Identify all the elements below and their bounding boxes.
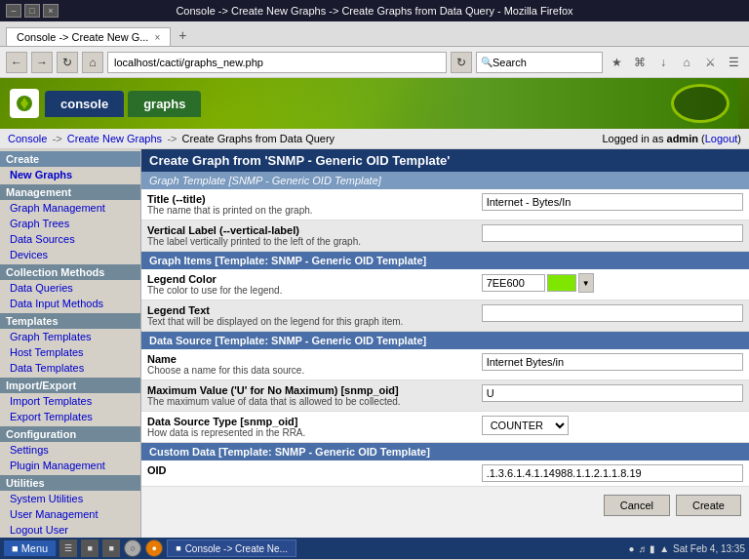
sidebar-section-configuration: Configuration	[0, 426, 140, 442]
legend-color-desc: The color to use for the legend.	[147, 285, 470, 296]
max-value-field-desc: The maximum value of data that is allowe…	[147, 396, 470, 407]
taskbar-right: ● ♬ ▮ ▲ Sat Feb 4, 13:35	[629, 543, 745, 554]
cancel-button[interactable]: Cancel	[604, 495, 670, 516]
max-value-cell: Maximum Value ('U' for No Maximum) [snmp…	[141, 380, 476, 412]
vertical-label-input[interactable]	[482, 224, 743, 242]
sidebar: Create New Graphs Management Graph Manag…	[0, 149, 141, 538]
menu-icon[interactable]: ☰	[724, 53, 743, 72]
sidebar-item-data-input-methods[interactable]: Data Input Methods	[0, 296, 140, 311]
shield-tray-icon: ●	[629, 543, 635, 554]
graph-items-section-header: Graph Items [Template: SNMP - Generic OI…	[141, 252, 749, 269]
taskbar-icon-4[interactable]: ○	[124, 540, 141, 557]
breadcrumb: Console -> Create New Graphs -> Create G…	[0, 129, 749, 149]
new-tab-button[interactable]: +	[171, 24, 194, 46]
home-button[interactable]: ⌂	[82, 52, 103, 73]
breadcrumb-create-new-graphs[interactable]: Create New Graphs	[67, 133, 162, 144]
close-button[interactable]: ×	[43, 4, 59, 18]
sidebar-section-create: Create	[0, 151, 140, 167]
name-field-desc: Choose a name for this data source.	[147, 365, 470, 376]
legend-color-label: Legend Color	[147, 273, 470, 285]
oid-input[interactable]	[482, 464, 743, 482]
tab-label: Console -> Create New G...	[17, 31, 148, 43]
oid-input-cell	[476, 460, 749, 487]
sidebar-item-system-utilities[interactable]: System Utilities	[0, 491, 140, 506]
sidebar-item-new-graphs[interactable]: New Graphs	[0, 167, 140, 182]
data-source-type-label: Data Source Type [snmp_oid]	[147, 416, 470, 427]
sidebar-item-export-templates[interactable]: Export Templates	[0, 409, 140, 424]
name-input-cell	[476, 349, 749, 380]
start-button[interactable]: ■ Menu	[4, 540, 56, 556]
search-icon: 🔍	[481, 57, 493, 67]
legend-text-input-cell	[476, 300, 749, 332]
sidebar-section-collection: Collection Methods	[0, 264, 140, 280]
taskbar-icon-1[interactable]: ☰	[59, 540, 77, 557]
legend-color-input[interactable]	[482, 274, 545, 292]
nav-reload-icon[interactable]: ↻	[451, 52, 472, 73]
back-button[interactable]: ←	[6, 52, 27, 73]
legend-text-input[interactable]	[482, 304, 743, 322]
sidebar-section-templates: Templates	[0, 313, 140, 329]
sidebar-item-devices[interactable]: Devices	[0, 247, 140, 262]
oid-label: OID	[147, 464, 470, 476]
username: admin	[667, 133, 698, 144]
sidebar-item-graph-management[interactable]: Graph Management	[0, 200, 140, 216]
sidebar-item-settings[interactable]: Settings	[0, 442, 140, 458]
nav-bar: ← → ↻ ⌂ ↻ 🔍 ★ ⌘ ↓ ⌂ ⚔ ☰	[0, 47, 749, 78]
title-field-cell: Title (--title) The name that is printed…	[141, 189, 476, 220]
table-row: Title (--title) The name that is printed…	[141, 189, 749, 220]
graphs-tab[interactable]: graphs	[128, 91, 201, 117]
download-icon[interactable]: ⌘	[630, 53, 650, 72]
firefox-taskbar-icon[interactable]: ●	[145, 540, 163, 557]
data-source-type-select[interactable]: COUNTER GAUGE DERIVE ABSOLUTE	[482, 416, 569, 435]
color-dropdown-button[interactable]: ▼	[578, 273, 594, 293]
sidebar-item-import-templates[interactable]: Import Templates	[0, 393, 140, 409]
logout-link[interactable]: Logout	[705, 133, 738, 144]
download2-icon[interactable]: ↓	[653, 53, 673, 72]
sidebar-item-graph-trees[interactable]: Graph Trees	[0, 216, 140, 231]
sidebar-item-data-sources[interactable]: Data Sources	[0, 231, 140, 247]
breadcrumb-sep2: ->	[167, 133, 179, 144]
taskbar-icon-3[interactable]: ■	[102, 540, 120, 557]
custom-data-section-header: Custom Data [Template: SNMP - Generic OI…	[141, 443, 749, 460]
taskbar-icon-2[interactable]: ■	[81, 540, 99, 557]
app-logo	[10, 89, 39, 118]
max-value-input[interactable]	[482, 384, 743, 402]
reload-button[interactable]: ↻	[57, 52, 78, 73]
title-input[interactable]	[482, 193, 743, 211]
form-title: Create Graph from 'SNMP - Generic OID Te…	[141, 149, 749, 172]
home2-icon[interactable]: ⌂	[677, 53, 696, 72]
max-value-field-label: Maximum Value ('U' for No Maximum) [snmp…	[147, 384, 470, 396]
tab-close-icon[interactable]: ×	[154, 32, 160, 43]
browser-tab[interactable]: Console -> Create New G... ×	[6, 27, 171, 46]
bookmark-icon[interactable]: ★	[607, 53, 626, 72]
console-tab[interactable]: console	[45, 91, 124, 117]
network-tray-icon: ▲	[659, 543, 669, 554]
logo-icon	[13, 92, 36, 115]
sidebar-item-user-management[interactable]: User Management	[0, 506, 140, 522]
sidebar-item-host-templates[interactable]: Host Templates	[0, 344, 140, 360]
table-row: Legend Text Text that will be displayed …	[141, 300, 749, 332]
clock: Sat Feb 4, 13:35	[673, 543, 745, 554]
button-row: Cancel Create	[141, 487, 749, 524]
sidebar-item-logout-user[interactable]: Logout User	[0, 522, 140, 538]
minimize-button[interactable]: –	[6, 4, 21, 18]
color-preview	[547, 274, 576, 292]
forward-button[interactable]: →	[31, 52, 53, 73]
maximize-button[interactable]: □	[24, 4, 40, 18]
title-bar: – □ × Console -> Create New Graphs -> Cr…	[0, 0, 749, 21]
title-field-desc: The name that is printed on the graph.	[147, 205, 470, 216]
sidebar-item-plugin-management[interactable]: Plugin Management	[0, 458, 140, 473]
create-button[interactable]: Create	[676, 495, 741, 516]
search-input[interactable]	[493, 57, 590, 68]
vertical-label-cell: Vertical Label (--vertical-label) The la…	[141, 220, 476, 252]
name-input[interactable]	[482, 353, 743, 371]
sidebar-item-data-queries[interactable]: Data Queries	[0, 280, 140, 296]
shield-icon[interactable]: ⚔	[700, 53, 720, 72]
title-field-label: Title (--title)	[147, 193, 470, 205]
breadcrumb-console[interactable]: Console	[8, 133, 47, 144]
sidebar-item-graph-templates[interactable]: Graph Templates	[0, 329, 140, 344]
table-row: Vertical Label (--vertical-label) The la…	[141, 220, 749, 252]
sidebar-item-data-templates[interactable]: Data Templates	[0, 360, 140, 376]
url-bar[interactable]	[107, 52, 447, 73]
taskbar-task-console[interactable]: ■ Console -> Create Ne...	[167, 540, 296, 557]
